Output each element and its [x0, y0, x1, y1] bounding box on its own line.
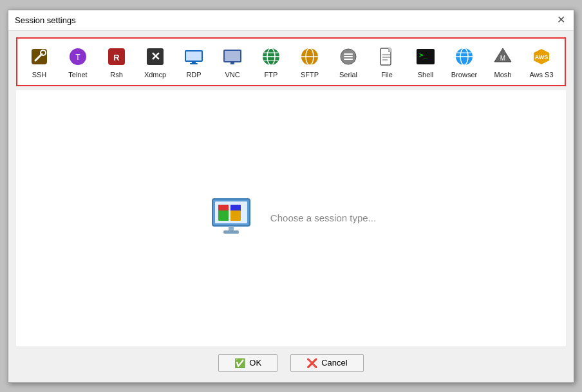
session-type-ftp[interactable]: FTP	[252, 41, 290, 82]
session-type-mosh[interactable]: MMosh	[483, 41, 522, 82]
svg-text:M: M	[500, 55, 505, 62]
ssh-icon	[28, 45, 51, 68]
ok-icon: ✅	[234, 358, 245, 368]
vnc-icon	[221, 45, 244, 68]
mosh-label: Mosh	[494, 71, 512, 79]
serial-icon	[337, 45, 360, 68]
svg-text:AWS: AWS	[535, 54, 549, 61]
svg-rect-9	[186, 51, 202, 61]
main-content: Choose a session type...	[16, 90, 566, 346]
session-type-vnc[interactable]: VNC	[213, 41, 252, 82]
session-settings-dialog: Session settings ✕ SSHTTelnetRRsh✕XdmcpR…	[8, 10, 574, 383]
session-illustration	[209, 196, 254, 241]
shell-icon: >_	[414, 45, 437, 68]
rsh-label: Rsh	[110, 71, 123, 79]
footer: ✅ OK ❌ Cancel	[8, 346, 574, 382]
browser-icon	[453, 45, 476, 68]
close-button[interactable]: ✕	[554, 14, 567, 26]
dialog-title: Session settings	[15, 15, 76, 25]
ftp-icon	[259, 45, 283, 68]
svg-text:✕: ✕	[151, 50, 160, 63]
file-label: File	[381, 71, 393, 79]
xdmcp-label: Xdmcp	[144, 71, 166, 79]
telnet-label: Telnet	[68, 71, 87, 79]
svg-rect-50	[223, 230, 239, 234]
session-types-row: SSHTTelnetRRsh✕XdmcpRDPVNCFTPSFTPSerialF…	[20, 41, 562, 82]
svg-rect-13	[225, 51, 240, 61]
sftp-label: SFTP	[301, 71, 319, 79]
ftp-label: FTP	[265, 71, 278, 79]
cancel-icon: ❌	[306, 358, 317, 368]
choose-session-text: Choose a session type...	[270, 212, 376, 223]
file-icon	[375, 45, 399, 68]
ok-button[interactable]: ✅ OK	[218, 354, 277, 372]
awss3-label: Aws S3	[529, 71, 553, 79]
rdp-icon	[182, 45, 205, 68]
session-type-ssh[interactable]: SSH	[20, 41, 59, 82]
rsh-icon: R	[105, 45, 128, 68]
session-type-browser[interactable]: Browser	[445, 41, 483, 82]
svg-text:R: R	[113, 53, 120, 62]
svg-rect-14	[230, 62, 234, 64]
session-types-container: SSHTTelnetRRsh✕XdmcpRDPVNCFTPSFTPSerialF…	[16, 37, 566, 86]
monitor-icon	[206, 192, 258, 244]
session-type-awss3[interactable]: AWSAws S3	[522, 41, 561, 82]
svg-rect-47	[218, 210, 229, 221]
telnet-icon: T	[66, 45, 89, 68]
svg-text:>_: >_	[419, 51, 428, 59]
mosh-icon: M	[491, 45, 514, 68]
session-type-rsh[interactable]: RRsh	[97, 41, 136, 82]
session-type-file[interactable]: File	[368, 41, 406, 82]
session-type-shell[interactable]: >_Shell	[406, 41, 445, 82]
session-type-rdp[interactable]: RDP	[174, 41, 213, 82]
xdmcp-icon: ✕	[144, 45, 167, 68]
session-type-xdmcp[interactable]: ✕Xdmcp	[136, 41, 174, 82]
cancel-label: Cancel	[321, 358, 347, 368]
awss3-icon: AWS	[530, 45, 553, 68]
serial-label: Serial	[339, 71, 357, 79]
cancel-button[interactable]: ❌ Cancel	[290, 354, 363, 372]
rdp-label: RDP	[186, 71, 201, 79]
ok-label: OK	[249, 358, 261, 368]
title-bar: Session settings ✕	[8, 10, 574, 31]
browser-label: Browser	[451, 71, 477, 79]
svg-rect-49	[229, 226, 234, 231]
vnc-label: VNC	[225, 71, 239, 79]
session-type-wsl[interactable]: WSL	[561, 41, 562, 82]
session-type-serial[interactable]: Serial	[329, 41, 368, 82]
sftp-icon	[298, 45, 321, 68]
svg-text:T: T	[75, 53, 80, 62]
svg-rect-48	[230, 210, 241, 221]
shell-label: Shell	[418, 71, 433, 79]
session-type-sftp[interactable]: SFTP	[290, 41, 329, 82]
center-area: Choose a session type...	[206, 192, 376, 244]
ssh-label: SSH	[32, 71, 47, 79]
session-type-telnet[interactable]: TTelnet	[59, 41, 97, 82]
svg-rect-11	[190, 63, 198, 64]
